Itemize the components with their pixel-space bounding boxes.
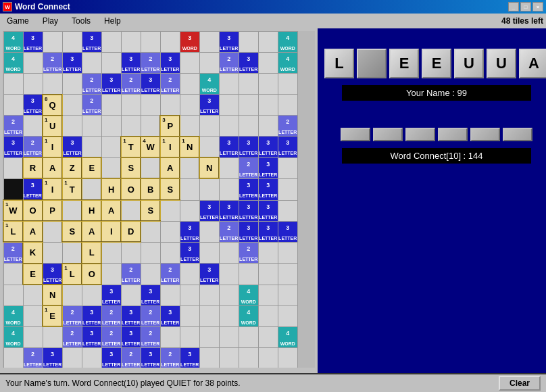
menu-tools[interactable]: Tools: [68, 16, 95, 26]
opp-tile-1[interactable]: [373, 128, 403, 141]
board-container[interactable]: 4WORD3LETTER3LETTER3WORD3LETTER4WORD4WOR…: [3, 31, 315, 368]
player-tile-rack: L E E U U A: [324, 49, 546, 78]
opponent-score-bar: Word Connect[10] : 144: [342, 148, 531, 164]
rack-tile-4[interactable]: U: [454, 49, 484, 78]
board-area: 4WORD3LETTER3LETTER3WORD3LETTER4WORD4WOR…: [0, 28, 318, 373]
player-score-bar: Your Name : 99: [342, 85, 531, 101]
app-icon: W: [3, 2, 12, 11]
main-content: 4WORD3LETTER3LETTER3WORD3LETTER4WORD4WOR…: [0, 28, 546, 373]
minimize-button[interactable]: _: [508, 2, 519, 11]
game-board: 4WORD3LETTER3LETTER3WORD3LETTER4WORD4WOR…: [3, 31, 298, 368]
opp-tile-3[interactable]: [438, 128, 468, 141]
opp-tile-5[interactable]: [503, 128, 532, 141]
clear-button[interactable]: Clear: [499, 376, 541, 391]
rack-tile-0[interactable]: L: [324, 49, 354, 78]
status-message: Your Name's turn. Word Connect(10) playe…: [5, 378, 496, 388]
menu-game[interactable]: Game: [3, 16, 33, 26]
menu-play[interactable]: Play: [39, 16, 62, 26]
rack-tile-3[interactable]: E: [422, 49, 451, 78]
rack-tile-1[interactable]: [357, 49, 387, 78]
rack-tile-2[interactable]: E: [389, 49, 419, 78]
opponent-tile-rack: [341, 128, 532, 141]
maximize-button[interactable]: □: [520, 2, 531, 11]
opp-tile-2[interactable]: [405, 128, 435, 141]
opp-tile-4[interactable]: [470, 128, 500, 141]
tiles-left: 48 tiles left: [501, 16, 543, 26]
window-title: Word Connect: [15, 2, 70, 11]
close-button[interactable]: ×: [532, 2, 543, 11]
rack-tile-5[interactable]: U: [487, 49, 516, 78]
status-bar: Your Name's turn. Word Connect(10) playe…: [0, 373, 546, 392]
rack-tile-6[interactable]: A: [519, 49, 546, 78]
right-panel: L E E U U A Your Name : 99 Word Connect[…: [318, 28, 546, 373]
title-bar: W Word Connect _ □ ×: [0, 0, 546, 14]
opp-tile-0[interactable]: [341, 128, 370, 141]
menu-help[interactable]: Help: [100, 16, 125, 26]
menu-bar: Game Play Tools Help 48 tiles left: [0, 14, 546, 28]
